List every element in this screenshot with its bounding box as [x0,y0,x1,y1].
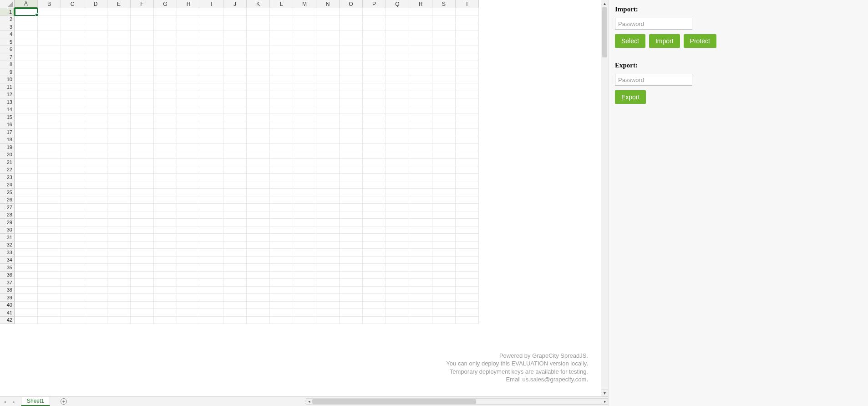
cell[interactable] [456,144,479,151]
cell[interactable] [15,23,38,31]
cell[interactable] [409,31,432,39]
cell[interactable] [363,159,386,166]
cell[interactable] [107,76,131,84]
cell[interactable] [61,264,84,272]
cell[interactable] [154,264,177,272]
cell[interactable] [15,91,38,99]
cell[interactable] [270,159,293,166]
column-header[interactable]: F [131,0,154,8]
cell[interactable] [270,189,293,196]
cell[interactable] [432,91,456,99]
cell[interactable] [107,23,131,31]
cell[interactable] [200,68,223,76]
cell[interactable] [223,272,247,279]
cell[interactable] [38,31,61,39]
cell[interactable] [409,204,432,211]
cell[interactable] [131,16,154,24]
cell[interactable] [107,68,131,76]
cell[interactable] [270,249,293,257]
cell[interactable] [107,249,131,257]
cell[interactable] [200,121,223,129]
cell[interactable] [38,181,61,189]
cell[interactable] [409,317,432,324]
cell[interactable] [432,128,456,136]
cell[interactable] [223,294,247,302]
cell[interactable] [200,16,223,24]
cell[interactable] [61,121,84,129]
cell[interactable] [38,128,61,136]
cell[interactable] [293,136,316,144]
cell[interactable] [340,264,363,272]
cell[interactable] [432,309,456,317]
cell[interactable] [340,76,363,84]
cell[interactable] [107,53,131,61]
cell[interactable] [15,166,38,174]
export-password-input[interactable] [615,74,692,86]
row-header[interactable]: 15 [0,113,15,121]
cell[interactable] [200,189,223,196]
cell[interactable] [223,249,247,257]
cell[interactable] [316,204,340,211]
cell[interactable] [200,46,223,54]
cell[interactable] [223,181,247,189]
cell[interactable] [61,53,84,61]
cell[interactable] [386,302,409,309]
cell[interactable] [270,219,293,226]
cell[interactable] [316,257,340,264]
cell[interactable] [432,76,456,84]
row-header[interactable]: 39 [0,294,15,302]
row-header[interactable]: 21 [0,159,15,166]
cell[interactable] [316,76,340,84]
column-header[interactable]: B [38,0,61,8]
cell[interactable] [154,68,177,76]
cell[interactable] [154,181,177,189]
cell[interactable] [432,106,456,114]
cell[interactable] [340,16,363,24]
cell[interactable] [15,144,38,151]
cell[interactable] [61,68,84,76]
cell[interactable] [84,166,107,174]
cell[interactable] [61,272,84,279]
cell[interactable] [363,242,386,249]
cell[interactable] [200,302,223,309]
cell[interactable] [154,23,177,31]
cell[interactable] [340,317,363,324]
cell[interactable] [131,76,154,84]
cell[interactable] [340,91,363,99]
row-header[interactable]: 31 [0,234,15,242]
cell[interactable] [386,219,409,226]
cell[interactable] [270,226,293,234]
cell[interactable] [223,68,247,76]
cell[interactable] [177,46,200,54]
cell[interactable] [316,181,340,189]
cell[interactable] [293,91,316,99]
cell[interactable] [456,234,479,242]
cell[interactable] [200,8,223,16]
cell[interactable] [131,309,154,317]
cell[interactable] [386,68,409,76]
cell[interactable] [61,166,84,174]
cell[interactable] [316,272,340,279]
cell[interactable] [293,113,316,121]
cell[interactable] [456,151,479,159]
cell[interactable] [107,211,131,219]
cell[interactable] [84,159,107,166]
row-header[interactable]: 28 [0,211,15,219]
cell[interactable] [456,196,479,204]
cell[interactable] [432,68,456,76]
cell[interactable] [456,128,479,136]
cell[interactable] [107,98,131,106]
cell[interactable] [363,279,386,287]
cell[interactable] [177,113,200,121]
column-header[interactable]: K [247,0,270,8]
cell[interactable] [386,76,409,84]
cell[interactable] [131,68,154,76]
cell[interactable] [270,234,293,242]
cell[interactable] [38,211,61,219]
cell[interactable] [131,128,154,136]
cell[interactable] [270,196,293,204]
row-header[interactable]: 10 [0,76,15,84]
cell[interactable] [293,128,316,136]
cell[interactable] [177,174,200,181]
cell[interactable] [38,23,61,31]
